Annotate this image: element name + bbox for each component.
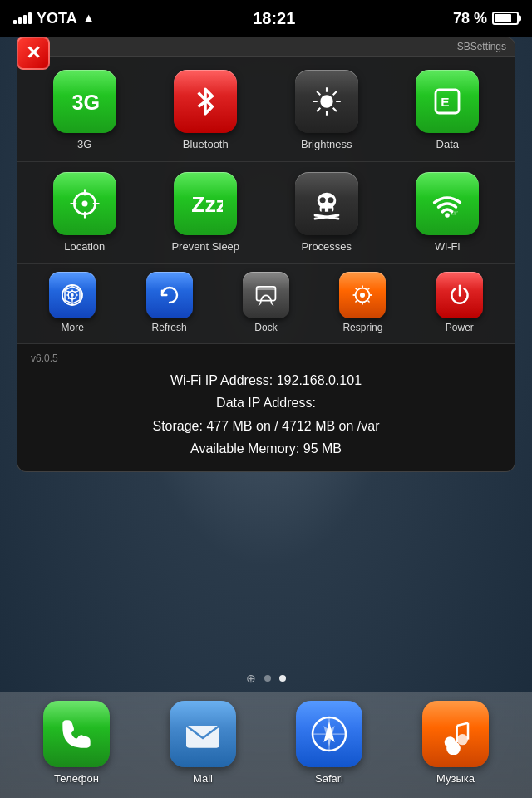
- dock-svg: [254, 283, 278, 308]
- wifi-svg: ☞: [430, 186, 465, 221]
- signal-bar-4: [28, 12, 32, 24]
- storage-line: Storage: 477 MB on / 4712 MB on /var: [31, 415, 501, 437]
- phone-svg: [56, 713, 97, 755]
- svg-line-43: [76, 298, 76, 299]
- svg-point-1: [320, 95, 332, 107]
- svg-line-42: [68, 291, 69, 292]
- toggle-wifi[interactable]: ☞ Wi-Fi: [387, 167, 509, 259]
- dock-safari[interactable]: Safari: [296, 701, 362, 785]
- battery-box: [492, 12, 519, 25]
- dock-area: ⊕ Телефон Mail: [0, 665, 532, 798]
- more-svg: [60, 283, 85, 308]
- search-dot-icon: ⊕: [246, 672, 256, 685]
- action-row: More Refresh Dock: [17, 264, 515, 344]
- action-power[interactable]: Power: [411, 268, 508, 337]
- dock-mail[interactable]: Mail: [170, 701, 236, 785]
- music-svg: [435, 713, 476, 755]
- toggle-bluetooth-label: Bluetooth: [183, 138, 229, 151]
- svg-line-6: [317, 91, 320, 95]
- svg-point-13: [81, 200, 87, 206]
- toggle-brightness[interactable]: Brightness: [266, 65, 387, 156]
- svg-line-56: [356, 301, 357, 303]
- svg-line-54: [368, 301, 370, 303]
- power-svg: [447, 283, 472, 308]
- bluetooth-svg: [188, 84, 223, 119]
- prevent-sleep-svg: Zzz: [188, 186, 223, 221]
- svg-point-71: [445, 736, 456, 747]
- toggle-bluetooth[interactable]: Bluetooth: [145, 65, 267, 156]
- dock-phone[interactable]: Телефон: [43, 701, 110, 785]
- version-label: v6.0.5: [31, 352, 501, 364]
- status-right: 78 %: [453, 10, 519, 27]
- action-refresh[interactable]: Refresh: [121, 268, 217, 337]
- location-icon: [53, 172, 116, 235]
- bluetooth-icon: [174, 70, 237, 133]
- info-section: v6.0.5 Wi-Fi IP Address: 192.168.0.101 D…: [17, 344, 515, 471]
- location-svg: [67, 186, 102, 221]
- refresh-icon: [146, 272, 193, 318]
- processes-svg: [309, 186, 344, 221]
- svg-point-27: [319, 197, 325, 203]
- battery-icon: [492, 12, 519, 25]
- toggle-location-label: Location: [64, 240, 105, 254]
- toggle-data-label: Data: [436, 138, 459, 151]
- svg-line-68: [457, 723, 468, 726]
- battery-percent: 78 %: [453, 10, 487, 27]
- svg-text:Zzz: Zzz: [191, 191, 223, 216]
- dock-safari-label: Safari: [315, 772, 343, 785]
- power-icon: [436, 272, 483, 318]
- toggle-row-1: 3G 3G Bluetooth: [17, 57, 515, 162]
- svg-rect-47: [257, 288, 276, 290]
- svg-line-58: [356, 288, 357, 290]
- toggle-3g-label: 3G: [77, 138, 91, 151]
- action-refresh-label: Refresh: [152, 322, 187, 333]
- toggle-prevent-sleep-label: Prevent Sleep: [171, 240, 239, 254]
- action-respring-label: Respring: [342, 322, 382, 333]
- processes-icon: [295, 172, 358, 235]
- wifi-ip-line: Wi-Fi IP Address: 192.168.0.101: [31, 369, 501, 392]
- svg-line-52: [368, 288, 370, 290]
- svg-text:3G: 3G: [71, 91, 100, 114]
- battery-fill: [495, 14, 511, 22]
- action-respring[interactable]: Respring: [314, 268, 411, 337]
- svg-rect-25: [321, 208, 324, 212]
- safari-app-icon: [296, 701, 362, 767]
- clock: 18:21: [253, 9, 295, 28]
- dock-music-label: Музыка: [436, 772, 475, 785]
- action-dock[interactable]: Dock: [218, 268, 314, 337]
- more-icon: [49, 272, 96, 318]
- svg-line-45: [68, 298, 69, 299]
- toggle-location[interactable]: Location: [24, 167, 145, 259]
- music-app-icon: [422, 701, 489, 767]
- dock-action-icon: [243, 272, 289, 318]
- svg-point-37: [71, 293, 74, 297]
- refresh-svg: [157, 283, 182, 308]
- toggle-3g[interactable]: 3G 3G: [24, 65, 145, 156]
- brightness-svg: [309, 84, 344, 119]
- close-button[interactable]: ✕: [17, 37, 50, 70]
- dock-music[interactable]: Музыка: [422, 701, 489, 785]
- svg-rect-26: [328, 208, 332, 212]
- safari-svg: [308, 713, 350, 755]
- 3g-svg: 3G: [67, 84, 102, 119]
- svg-line-48: [259, 303, 260, 305]
- signal-bar-3: [23, 15, 27, 24]
- dock-mail-label: Mail: [193, 772, 213, 785]
- toggle-processes[interactable]: Processes: [266, 167, 387, 259]
- svg-line-44: [76, 291, 76, 292]
- status-bar: YOTA ▲ 18:21 78 %: [0, 0, 532, 37]
- action-more[interactable]: More: [24, 268, 121, 337]
- svg-text:☞: ☞: [451, 208, 459, 218]
- svg-point-72: [457, 734, 468, 745]
- action-dock-label: Dock: [254, 322, 277, 333]
- respring-svg: [350, 283, 375, 308]
- svg-text:E: E: [441, 95, 450, 109]
- memory-line: Available Memory: 95 MB: [31, 437, 501, 460]
- svg-point-28: [328, 197, 333, 203]
- toggle-prevent-sleep[interactable]: Zzz Prevent Sleep: [145, 167, 267, 259]
- action-more-label: More: [62, 322, 84, 333]
- wifi-status-icon: ▲: [82, 11, 96, 26]
- data-ip-line: Data IP Address:: [31, 392, 501, 414]
- dock-phone-label: Телефон: [54, 772, 99, 785]
- toggle-data[interactable]: E Data: [387, 65, 509, 156]
